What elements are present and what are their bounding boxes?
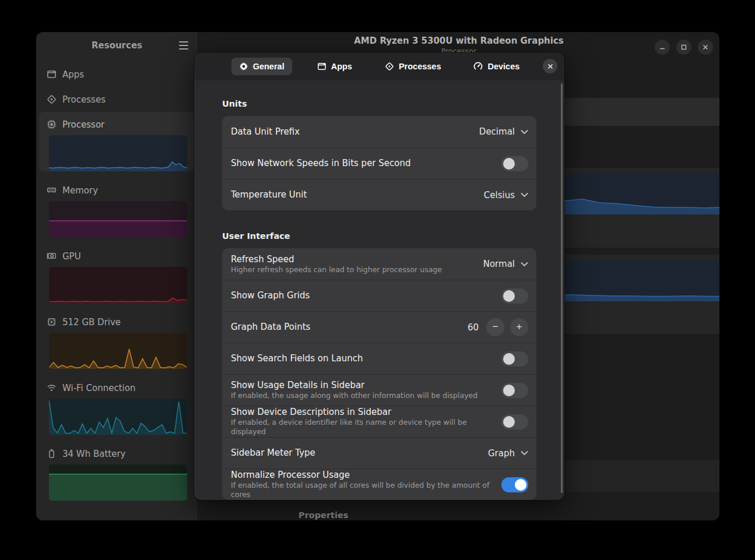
row-control: Decimal xyxy=(479,126,528,137)
hamburger-menu-icon[interactable] xyxy=(178,40,189,51)
sidebar-item-gpu[interactable]: GPU xyxy=(39,244,194,303)
switch-knob xyxy=(515,479,526,491)
sidebar-item-apps[interactable]: Apps xyxy=(39,62,194,87)
sidebar-item-graph xyxy=(49,135,187,171)
apps-icon xyxy=(317,62,326,71)
row-text: Data Unit Prefix xyxy=(231,126,300,138)
maximize-icon[interactable] xyxy=(676,40,691,55)
sidebar-item-processes[interactable]: Processes xyxy=(39,87,194,112)
pref-row-sidebar-meter-type[interactable]: Sidebar Meter TypeGraph xyxy=(222,437,536,469)
section-heading-units: Units xyxy=(222,99,536,108)
sidebar-item-label: Apps xyxy=(62,69,84,80)
switch-show-search-fields-on-launch[interactable] xyxy=(501,351,528,367)
sidebar-item-34-wh-battery[interactable]: 34 Wh Battery xyxy=(39,441,194,501)
preferences-tab-bar: GeneralAppsProcessesDevices xyxy=(231,58,528,75)
preferences-group: Data Unit PrefixDecimalShow Network Spee… xyxy=(222,116,536,210)
plus-icon[interactable]: + xyxy=(510,318,528,336)
pref-row-show-search-fields-on-launch: Show Search Fields on Launch xyxy=(222,343,536,374)
sidebar-item-graph xyxy=(49,333,187,369)
sidebar-item-wi-fi-connection[interactable]: Wi-Fi Connection xyxy=(39,375,194,435)
row-text: Show Graph Grids xyxy=(231,290,310,301)
row-title: Show Usage Details in Sidebar xyxy=(231,380,477,391)
sidebar-item-graph xyxy=(49,399,187,435)
pref-row-show-device-descriptions-in-sidebar: Show Device Descriptions in SidebarIf en… xyxy=(222,406,536,437)
processes-icon xyxy=(385,62,394,71)
row-title: Data Unit Prefix xyxy=(231,126,300,138)
close-dialog-icon[interactable] xyxy=(543,59,557,73)
tab-devices[interactable]: Devices xyxy=(466,58,527,75)
row-control xyxy=(501,156,528,171)
row-title: Show Network Speeds in Bits per Second xyxy=(231,158,411,169)
row-title: Show Graph Grids xyxy=(231,290,310,301)
row-text: Show Device Descriptions in SidebarIf en… xyxy=(231,407,501,436)
chevron-down-icon xyxy=(521,262,528,267)
row-text: Normalize Processor UsageIf enabled, the… xyxy=(231,470,501,499)
row-title: Show Device Descriptions in Sidebar xyxy=(231,407,501,418)
row-text: Graph Data Points xyxy=(231,322,310,333)
tab-label: General xyxy=(253,62,285,71)
minus-icon[interactable]: − xyxy=(486,318,504,336)
preferences-group: Refresh SpeedHigher refresh speeds can l… xyxy=(222,248,536,500)
preferences-header: GeneralAppsProcessesDevices xyxy=(194,52,564,80)
tab-processes[interactable]: Processes xyxy=(377,58,449,75)
switch-knob xyxy=(503,385,515,396)
switch-knob xyxy=(503,416,515,428)
dropdown-value: Celsius xyxy=(484,190,515,200)
menu-line xyxy=(179,41,188,43)
row-title: Sidebar Meter Type xyxy=(231,448,315,459)
minimize-icon[interactable] xyxy=(655,40,670,55)
close-window-icon[interactable] xyxy=(698,40,713,55)
chevron-down-icon xyxy=(521,192,528,198)
switch-show-device-descriptions-in-sidebar[interactable] xyxy=(501,414,528,429)
switch-knob xyxy=(503,353,515,365)
preferences-content: UnitsData Unit PrefixDecimalShow Network… xyxy=(194,80,564,500)
pref-row-temperature-unit[interactable]: Temperature UnitCelsius xyxy=(222,179,536,210)
sidebar-item-label: Processor xyxy=(62,119,104,130)
drive-icon xyxy=(47,317,57,327)
row-control: 60−+ xyxy=(468,318,528,336)
sidebar-item-label-row: 34 Wh Battery xyxy=(39,441,194,466)
sidebar-item-512-gb-drive[interactable]: 512 GB Drive xyxy=(39,309,194,369)
row-title: Show Search Fields on Launch xyxy=(231,353,363,364)
gpu-icon xyxy=(47,251,57,261)
row-text: Temperature Unit xyxy=(231,189,307,200)
row-control xyxy=(501,351,528,367)
row-control: Normal xyxy=(483,259,528,269)
switch-show-network-speeds-in-bits-per-second[interactable] xyxy=(501,156,528,171)
dropdown-value: Decimal xyxy=(479,126,515,137)
row-subtitle: If enabled, a device identifier like its… xyxy=(231,418,501,436)
dropdown-value: Graph xyxy=(488,448,515,459)
sidebar-item-label: Memory xyxy=(62,185,98,196)
switch-knob xyxy=(503,158,515,170)
sidebar-item-label-row: Processes xyxy=(39,87,194,112)
tab-apps[interactable]: Apps xyxy=(310,58,360,75)
row-subtitle: If enabled, the total usage of all cores… xyxy=(231,481,501,499)
sidebar-item-processor[interactable]: Processor xyxy=(39,112,194,171)
tab-label: Devices xyxy=(487,62,519,71)
pref-row-refresh-speed[interactable]: Refresh SpeedHigher refresh speeds can l… xyxy=(222,248,536,280)
stepper-value: 60 xyxy=(468,322,479,333)
scrollbar[interactable] xyxy=(561,83,563,493)
row-title: Temperature Unit xyxy=(231,189,307,200)
pref-row-data-unit-prefix[interactable]: Data Unit PrefixDecimal xyxy=(222,116,536,147)
sidebar-item-label: Wi-Fi Connection xyxy=(62,383,135,393)
row-text: Show Network Speeds in Bits per Second xyxy=(231,158,411,169)
switch-show-usage-details-in-sidebar[interactable] xyxy=(501,383,528,398)
tab-general[interactable]: General xyxy=(231,58,292,75)
sidebar-item-label: 512 GB Drive xyxy=(62,317,121,327)
memory-icon xyxy=(47,185,57,195)
row-text: Show Search Fields on Launch xyxy=(231,353,363,364)
sidebar-item-label-row: Processor xyxy=(39,112,194,137)
sidebar-item-graph xyxy=(49,201,187,237)
switch-show-graph-grids[interactable] xyxy=(501,288,528,304)
menu-line xyxy=(179,45,188,46)
row-subtitle: If enabled, the usage along with other i… xyxy=(231,391,477,400)
gauge-icon xyxy=(473,62,483,71)
switch-normalize-processor-usage[interactable] xyxy=(501,477,528,492)
window-controls xyxy=(655,40,713,55)
chevron-down-icon xyxy=(521,129,528,135)
sidebar-item-memory[interactable]: Memory xyxy=(39,178,194,237)
row-title: Normalize Processor Usage xyxy=(231,470,501,481)
battery-icon xyxy=(47,449,57,459)
sidebar-item-graph xyxy=(49,464,187,501)
